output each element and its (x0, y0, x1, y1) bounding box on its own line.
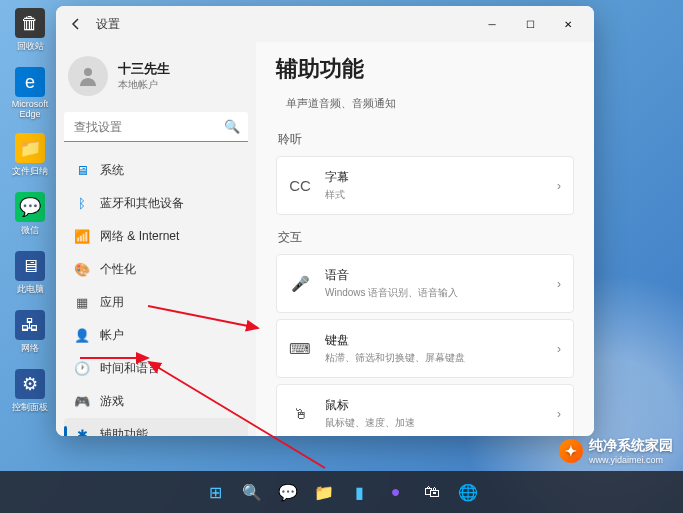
search-icon: 🔍 (224, 119, 240, 134)
start-button[interactable]: ⊞ (200, 476, 232, 508)
nav-icon: ▦ (74, 295, 90, 311)
nav-label: 时间和语言 (100, 360, 160, 377)
taskbar-app2[interactable]: ● (380, 476, 412, 508)
card-鼠标[interactable]: 🖱鼠标鼠标键、速度、加速› (276, 384, 574, 436)
back-button[interactable] (64, 12, 88, 36)
window-title: 设置 (96, 16, 120, 33)
nav-label: 辅助功能 (100, 426, 148, 436)
nav-icon: 👤 (74, 328, 90, 344)
card-icon: CC (289, 175, 311, 197)
desktop-icons: 🗑回收站 eMicrosoft Edge 📁文件归纳 💬微信 🖥此电脑 🖧网络 … (8, 8, 52, 414)
user-block[interactable]: 十三先生 本地帐户 (64, 50, 248, 102)
taskbar-chat[interactable]: 💬 (272, 476, 304, 508)
top-subline: 单声道音频、音频通知 (276, 90, 574, 117)
taskbar: ⊞ 🔍 💬 📁 ▮ ● 🛍 🌐 (0, 471, 683, 513)
desktop-icon-folder[interactable]: 📁文件归纳 (8, 133, 52, 178)
sidebar-item-8[interactable]: ✱辅助功能 (64, 418, 248, 436)
taskbar-store[interactable]: 🛍 (416, 476, 448, 508)
card-icon: ⌨ (289, 338, 311, 360)
nav-icon: 🎨 (74, 262, 90, 278)
card-字幕[interactable]: CC字幕样式› (276, 156, 574, 215)
chevron-right-icon: › (557, 277, 561, 291)
nav-label: 游戏 (100, 393, 124, 410)
taskbar-edge[interactable]: 🌐 (452, 476, 484, 508)
watermark-logo-icon: ✦ (559, 439, 583, 463)
nav-icon: 🎮 (74, 394, 90, 410)
taskbar-explorer[interactable]: 📁 (308, 476, 340, 508)
search-input[interactable] (64, 112, 248, 142)
nav-label: 应用 (100, 294, 124, 311)
desktop-icon-edge[interactable]: eMicrosoft Edge (8, 67, 52, 119)
edge-icon: e (15, 67, 45, 97)
sidebar-item-0[interactable]: 🖥系统 (64, 154, 248, 187)
network-icon: 🖧 (15, 310, 45, 340)
card-sub: Windows 语音识别、语音输入 (325, 286, 543, 300)
titlebar: 设置 ─ ☐ ✕ (56, 6, 594, 42)
nav-label: 蓝牙和其他设备 (100, 195, 184, 212)
folder-icon: 📁 (15, 133, 45, 163)
section-interaction: 交互 (278, 229, 574, 246)
nav-label: 系统 (100, 162, 124, 179)
card-title: 语音 (325, 267, 543, 284)
sidebar-item-7[interactable]: 🎮游戏 (64, 385, 248, 418)
nav-icon: ✱ (74, 427, 90, 437)
sidebar-item-4[interactable]: ▦应用 (64, 286, 248, 319)
settings-window: 设置 ─ ☐ ✕ 十三先生 本地帐户 🔍 🖥系统ᛒ蓝牙和其他设备📶网络 & In… (56, 6, 594, 436)
card-title: 字幕 (325, 169, 543, 186)
chevron-right-icon: › (557, 342, 561, 356)
card-语音[interactable]: 🎤语音Windows 语音识别、语音输入› (276, 254, 574, 313)
sidebar-item-6[interactable]: 🕐时间和语言 (64, 352, 248, 385)
user-type: 本地帐户 (118, 78, 170, 92)
nav-icon: ᛒ (74, 196, 90, 212)
chevron-right-icon: › (557, 407, 561, 421)
desktop-icon-network[interactable]: 🖧网络 (8, 310, 52, 355)
close-button[interactable]: ✕ (550, 10, 586, 38)
chevron-right-icon: › (557, 179, 561, 193)
card-title: 键盘 (325, 332, 543, 349)
sidebar: 十三先生 本地帐户 🔍 🖥系统ᛒ蓝牙和其他设备📶网络 & Internet🎨个性… (56, 42, 256, 436)
sidebar-item-3[interactable]: 🎨个性化 (64, 253, 248, 286)
sidebar-item-2[interactable]: 📶网络 & Internet (64, 220, 248, 253)
computer-icon: 🖥 (15, 251, 45, 281)
card-sub: 鼠标键、速度、加速 (325, 416, 543, 430)
card-icon: 🎤 (289, 273, 311, 295)
content-area: 辅助功能 单声道音频、音频通知 聆听 CC字幕样式› 交互 🎤语音Windows… (256, 42, 594, 436)
card-sub: 粘滞、筛选和切换键、屏幕键盘 (325, 351, 543, 365)
card-sub: 样式 (325, 188, 543, 202)
section-hearing: 聆听 (278, 131, 574, 148)
nav-label: 网络 & Internet (100, 228, 179, 245)
desktop-icon-recycle[interactable]: 🗑回收站 (8, 8, 52, 53)
taskbar-search[interactable]: 🔍 (236, 476, 268, 508)
svg-point-0 (84, 68, 92, 76)
nav-icon: 🕐 (74, 361, 90, 377)
nav-icon: 🖥 (74, 163, 90, 179)
maximize-button[interactable]: ☐ (512, 10, 548, 38)
desktop-icon-control[interactable]: ⚙控制面板 (8, 369, 52, 414)
watermark: ✦ 纯净系统家园 www.yidaimei.com (559, 437, 673, 465)
trash-icon: 🗑 (15, 8, 45, 38)
card-键盘[interactable]: ⌨键盘粘滞、筛选和切换键、屏幕键盘› (276, 319, 574, 378)
taskbar-app1[interactable]: ▮ (344, 476, 376, 508)
desktop-icon-wechat[interactable]: 💬微信 (8, 192, 52, 237)
control-panel-icon: ⚙ (15, 369, 45, 399)
search-box[interactable]: 🔍 (64, 112, 248, 142)
user-name: 十三先生 (118, 60, 170, 78)
sidebar-item-1[interactable]: ᛒ蓝牙和其他设备 (64, 187, 248, 220)
sidebar-item-5[interactable]: 👤帐户 (64, 319, 248, 352)
page-title: 辅助功能 (276, 54, 574, 84)
wechat-icon: 💬 (15, 192, 45, 222)
card-title: 鼠标 (325, 397, 543, 414)
minimize-button[interactable]: ─ (474, 10, 510, 38)
card-icon: 🖱 (289, 403, 311, 425)
desktop-icon-thispc[interactable]: 🖥此电脑 (8, 251, 52, 296)
avatar (68, 56, 108, 96)
nav-label: 个性化 (100, 261, 136, 278)
nav-label: 帐户 (100, 327, 124, 344)
nav-icon: 📶 (74, 229, 90, 245)
